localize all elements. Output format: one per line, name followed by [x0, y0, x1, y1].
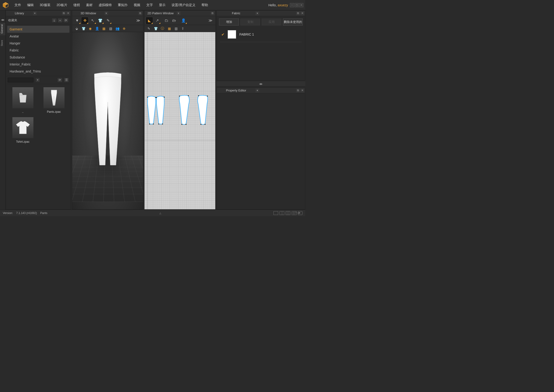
category-avatar[interactable]: Avatar — [7, 33, 69, 40]
show-bone-icon[interactable]: ▧ — [108, 26, 114, 32]
menu-display[interactable]: 显示 — [156, 2, 168, 9]
grid-item-up[interactable]: .. — [8, 86, 38, 115]
layout-reset-button[interactable]: ⟳ — [298, 211, 303, 215]
menu-settings[interactable]: 设置/用户自定义 — [169, 2, 198, 9]
main-area: ◀▶ General Store Library ▼ ⧉ ✕ 收藏夹 ⭳ ＋ ⟳… — [0, 10, 305, 210]
fabric-copy-button[interactable]: 复制 — [240, 19, 260, 26]
pants-3d-model[interactable] — [88, 72, 128, 170]
minimize-button[interactable]: ─ — [290, 3, 294, 7]
menu-text[interactable]: 文字 — [144, 2, 156, 9]
select-move-icon[interactable]: ✥ — [81, 17, 88, 24]
layout-3col-button[interactable] — [286, 211, 290, 215]
more-tools-icon[interactable]: ≫ — [135, 17, 142, 24]
fabric-list-item[interactable]: ✔ FABRIC 1 — [217, 28, 305, 41]
close-button[interactable]: ✕ — [299, 3, 303, 7]
svg-point-9 — [188, 95, 189, 96]
path-dropdown[interactable]: ▼ — [36, 78, 40, 82]
file-grid: .. Pants.zpac Tshirt.zpac — [6, 84, 71, 209]
menu-retopo[interactable]: 重拓扑 — [115, 2, 131, 9]
pattern-pieces[interactable] — [146, 78, 214, 142]
fabric-add-button[interactable]: 增加 — [219, 19, 239, 26]
pattern-display-icon[interactable]: ▦ — [166, 26, 172, 32]
more-tools-2d-icon[interactable]: ≫ — [207, 17, 214, 24]
maximize-button[interactable]: ▢ — [295, 3, 299, 7]
menu-materials[interactable]: 素材 — [83, 2, 95, 9]
layout-4grid-button[interactable] — [292, 211, 296, 215]
category-interior-fabric[interactable]: Interior_Fabric — [7, 61, 69, 68]
refresh-favorites-icon[interactable]: ⟳ — [63, 18, 69, 23]
viewport-2d-dropdown[interactable]: ▼ — [177, 11, 180, 15]
panel-close-icon[interactable]: ✕ — [300, 11, 304, 15]
show-garment-2d-icon[interactable]: 👕 — [153, 26, 159, 32]
menu-file[interactable]: 文件 — [12, 2, 24, 9]
property-dropdown[interactable]: ▼ — [256, 89, 259, 92]
canvas-2d[interactable] — [145, 32, 215, 209]
ruler-icon[interactable]: ▥ — [173, 26, 179, 32]
arrangement-icon[interactable]: 👕 — [97, 17, 104, 24]
side-tab-general[interactable]: General — [0, 22, 5, 35]
edit-pattern-icon[interactable]: ◣ — [146, 17, 153, 24]
select-mesh-icon[interactable]: ↖ — [89, 17, 96, 24]
menu-3d-garment[interactable]: 3D服装 — [37, 2, 53, 9]
right-pin-toggle[interactable]: ◀▶ — [216, 81, 305, 87]
download-icon[interactable]: ⭳ — [52, 18, 57, 23]
refresh-browser-icon[interactable]: ⟳ — [57, 78, 62, 82]
simulate-icon[interactable]: ▼ — [74, 17, 81, 24]
menu-video[interactable]: 视频 — [131, 2, 143, 9]
grid-item-tshirt[interactable]: Tshirt.zpac — [8, 116, 38, 145]
viewport-3d-dropdown[interactable]: ▼ — [104, 11, 108, 15]
pin-icon[interactable]: ✎ — [104, 17, 111, 24]
category-fabric[interactable]: Fabric — [7, 47, 69, 54]
canvas-3d[interactable] — [72, 32, 143, 209]
layout-presets: ⟳ — [273, 211, 303, 215]
folders-icon[interactable]: 🗁 — [171, 17, 178, 24]
panel-close-icon[interactable]: ✕ — [66, 11, 70, 15]
show-dummy-icon[interactable]: 👥 — [114, 26, 120, 32]
layout-2col-button[interactable] — [280, 211, 284, 215]
folder-icon[interactable]: 🗀 — [163, 17, 170, 24]
fabric-swatch — [228, 30, 236, 39]
side-pin-toggle[interactable]: ◀▶ — [0, 17, 5, 22]
panel-popout-icon[interactable]: ⧉ — [138, 11, 142, 15]
show-avatar-icon[interactable]: 👤 — [94, 26, 100, 32]
viewport-3d-title: 3D Window — [73, 11, 104, 15]
category-garment[interactable]: Garment — [7, 26, 69, 33]
info-icon[interactable]: ⓘ — [159, 26, 166, 32]
category-hardware-trims[interactable]: Hardware_and_Trims — [7, 68, 69, 75]
fabric-delete-unused-button[interactable]: 删除未使用的 — [283, 19, 303, 26]
show-arrangement-icon[interactable]: ▦ — [101, 26, 107, 32]
grid-item-pants[interactable]: Pants.zpac — [39, 86, 69, 115]
library-menu-dropdown[interactable]: ▼ — [33, 11, 37, 15]
transform-pattern-icon[interactable]: ↗ — [153, 17, 161, 24]
add-favorite-icon[interactable]: ＋ — [57, 18, 63, 23]
category-hanger[interactable]: Hanger — [7, 40, 69, 47]
panel-popout-icon[interactable]: ⧉ — [211, 11, 214, 15]
menu-2d-pattern[interactable]: 2D板片 — [54, 2, 70, 9]
side-tab-store[interactable]: Store — [0, 38, 5, 48]
panel-popout-icon[interactable]: ⧉ — [296, 11, 300, 15]
avatar-sync-icon[interactable]: 👤 — [180, 17, 187, 24]
path-input[interactable] — [8, 78, 34, 82]
menu-avatar[interactable]: 虚拟模特 — [96, 2, 115, 9]
expand-status-icon[interactable]: △ — [159, 212, 161, 215]
fabric-apply-button[interactable]: 应用 — [262, 19, 281, 26]
menu-sewing[interactable]: 缝纫 — [71, 2, 83, 9]
panel-close-icon[interactable]: ✕ — [300, 89, 304, 92]
list-view-icon[interactable]: ☰ — [64, 78, 69, 82]
show-garment-icon[interactable]: ⬙ — [74, 26, 80, 32]
render-style-icon[interactable]: ⊕ — [121, 26, 127, 32]
viewport-3d-header: 3D Window ▼ ⧉ — [72, 11, 143, 16]
panel-popout-icon[interactable]: ⧉ — [62, 11, 66, 15]
menu-edit[interactable]: 编辑 — [24, 2, 36, 9]
show-shirt-icon[interactable]: 👕 — [80, 26, 86, 32]
panel-popout-icon[interactable]: ⧉ — [296, 89, 300, 92]
brush-icon[interactable]: ✎ — [146, 26, 152, 32]
category-substance[interactable]: Substance — [7, 54, 69, 61]
layout-1col-button[interactable] — [273, 211, 278, 215]
menu-help[interactable]: 帮助 — [199, 2, 211, 9]
svg-point-7 — [162, 124, 163, 124]
fabric-dropdown[interactable]: ▼ — [256, 11, 259, 15]
username-label[interactable]: axuezy — [278, 3, 288, 7]
texture-surface-icon[interactable]: ◉ — [87, 26, 93, 32]
export-icon[interactable]: ⇪ — [180, 26, 186, 32]
